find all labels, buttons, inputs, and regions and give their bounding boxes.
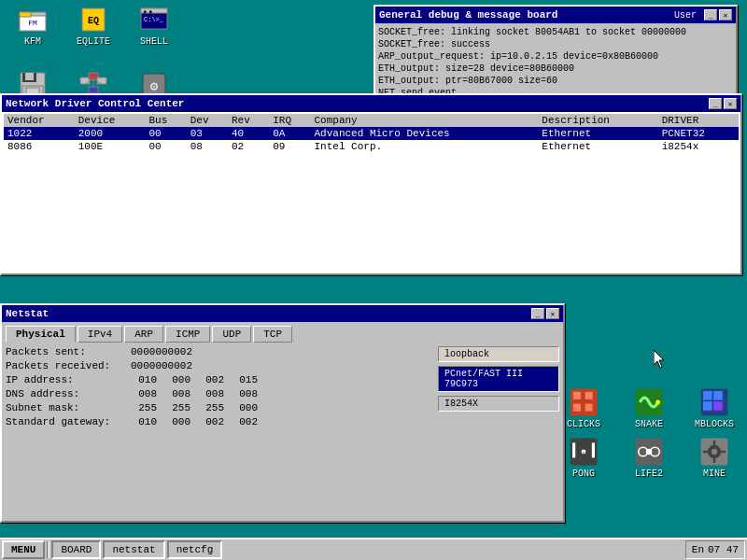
netstat-val: 008 xyxy=(164,388,190,399)
svg-rect-35 xyxy=(713,401,723,411)
snake-icon xyxy=(634,387,664,417)
col-rev: Rev xyxy=(228,114,269,127)
svg-rect-25 xyxy=(573,392,581,399)
netstat-stat-label: Packets received: xyxy=(6,360,127,371)
svg-point-30 xyxy=(655,400,660,405)
netstat-tab-udp[interactable]: UDP xyxy=(212,326,251,343)
desktop-icon-pong[interactable]: PONG xyxy=(556,437,612,479)
taskbar-tray: En 07 47 xyxy=(685,540,745,559)
debug-line-5: ETH_output: ptr=80B67000 size=60 xyxy=(378,75,733,87)
snake-label: SNAKE xyxy=(635,419,663,429)
taskbar-board-label: BOARD xyxy=(61,544,92,555)
netstat-val: 0000000002 xyxy=(131,346,192,357)
taskbar-netcfg[interactable]: netcfg xyxy=(167,540,223,559)
netstat-adapter-item[interactable]: loopback xyxy=(438,346,559,362)
netstat-stat-label: DNS address: xyxy=(6,388,127,399)
svg-rect-33 xyxy=(713,391,723,400)
desktop-icon-kfm[interactable]: FM KFM xyxy=(5,5,61,47)
svg-rect-32 xyxy=(703,391,712,400)
tray-time: 07 47 xyxy=(708,544,739,555)
col-device: Device xyxy=(75,114,146,127)
desktop-icon-mine[interactable]: MINE xyxy=(686,437,742,479)
netstat-val: 008 xyxy=(131,388,157,399)
netdriver-titlebar: Network Driver Control Center _ ✕ xyxy=(2,95,740,112)
svg-rect-34 xyxy=(703,401,712,411)
netdriver-minimize-btn[interactable]: _ xyxy=(709,98,722,109)
netstat-tab-icmp[interactable]: ICMP xyxy=(165,326,210,343)
game-row-1: CLICKS SNAKE xyxy=(556,387,742,429)
debug-line-4: ETH_output: size=28 device=80B60000 xyxy=(378,63,733,75)
pong-label: PONG xyxy=(572,469,595,479)
svg-rect-27 xyxy=(573,404,581,412)
netstat-stat-row: Standard gateway:010000002002 xyxy=(6,416,430,427)
clicks-label: CLICKS xyxy=(567,419,600,429)
netstat-stats: Packets sent:0000000002Packets received:… xyxy=(6,346,430,510)
netstat-tab-tcp[interactable]: TCP xyxy=(253,326,292,343)
netstat-val: 002 xyxy=(198,374,224,385)
svg-rect-37 xyxy=(572,442,575,457)
kfm-label: KFM xyxy=(24,36,41,47)
debug-close-btn[interactable]: ✕ xyxy=(719,9,732,21)
col-bus: Bus xyxy=(146,114,187,127)
netstat-val: 255 xyxy=(164,402,190,413)
netstat-val: 255 xyxy=(131,402,157,413)
taskbar-netcfg-label: netcfg xyxy=(176,544,214,555)
taskbar-netstat[interactable]: netstat xyxy=(103,540,164,559)
tab-bar: PhysicalIPv4ARPICMPUDPTCP xyxy=(6,326,559,343)
netstat-title: Netstat xyxy=(6,308,531,319)
debug-title: General debug & message board xyxy=(379,9,674,21)
start-label: MENU xyxy=(11,544,35,555)
svg-text:⚙: ⚙ xyxy=(150,79,159,94)
netstat-val: 010 xyxy=(131,416,157,427)
netstat-val: 002 xyxy=(198,416,224,427)
netdriver-close-btn[interactable]: ✕ xyxy=(724,98,737,109)
svg-rect-2 xyxy=(20,12,31,17)
netstat-val: 002 xyxy=(232,416,258,427)
netstat-minimize-btn[interactable]: _ xyxy=(531,308,544,319)
netstat-tab-arp[interactable]: ARP xyxy=(124,326,163,343)
debug-minimize-btn[interactable]: _ xyxy=(704,9,717,21)
col-dev: Dev xyxy=(187,114,228,127)
debug-line-2: SOCKET_free: success xyxy=(378,38,733,50)
desktop-icon-mblocks[interactable]: MBLOCKS xyxy=(686,387,742,429)
svg-rect-20 xyxy=(89,87,98,93)
netdriver-row[interactable]: 102220000003400AAdvanced Micro DevicesEt… xyxy=(4,127,739,140)
svg-rect-12 xyxy=(25,73,34,80)
eqlite-label: EQLITE xyxy=(77,36,110,47)
netstat-content: PhysicalIPv4ARPICMPUDPTCP Packets sent:0… xyxy=(2,322,563,521)
start-button[interactable]: MENU xyxy=(2,540,45,559)
netstat-tab-ipv4[interactable]: IPv4 xyxy=(78,326,122,343)
game-row-2: PONG LIFE2 xyxy=(556,437,742,479)
taskbar-board[interactable]: BOARD xyxy=(51,540,101,559)
svg-rect-17 xyxy=(97,77,106,84)
netstat-stat-label: IP address: xyxy=(6,374,127,385)
clicks-icon xyxy=(569,387,599,417)
netstat-val: 010 xyxy=(131,374,157,385)
netdriver-row[interactable]: 8086100E00080209Intel Corp.Etherneti8254… xyxy=(4,140,739,153)
netstat-adapters: loopbackPCnet/FAST III 79C973I8254X xyxy=(438,346,559,510)
shell-label: SHELL xyxy=(140,36,168,47)
netstat-val: 008 xyxy=(232,388,258,399)
netstat-val: 255 xyxy=(198,402,224,413)
desktop-icon-eqlite[interactable]: EQ EQLITE xyxy=(65,5,121,47)
desktop-icon-snake[interactable]: SNAKE xyxy=(621,387,677,429)
kfm-icon: FM xyxy=(18,5,48,35)
desktop-icon-life2[interactable]: LIFE2 xyxy=(621,437,677,479)
netstat-adapter-item[interactable]: PCnet/FAST III 79C973 xyxy=(438,366,559,392)
taskbar: MENU BOARD netstat netcfg En 07 47 xyxy=(0,538,747,560)
svg-rect-28 xyxy=(585,404,593,412)
svg-text:EQ: EQ xyxy=(88,16,99,26)
svg-text:FM: FM xyxy=(28,19,37,27)
netstat-close-btn[interactable]: ✕ xyxy=(546,308,559,319)
mblocks-icon xyxy=(699,387,729,417)
netstat-val: 000 xyxy=(164,374,190,385)
svg-marker-52 xyxy=(654,350,664,368)
netstat-adapter-item[interactable]: I8254X xyxy=(438,396,559,412)
debug-user: User xyxy=(674,10,697,21)
netstat-tab-physical[interactable]: Physical xyxy=(6,326,76,343)
netstat-stat-row: DNS address:008008008008 xyxy=(6,388,430,399)
desktop-icon-shell[interactable]: ■ ■ C:\>_ SHELL xyxy=(126,5,182,47)
desktop-icon-clicks[interactable]: CLICKS xyxy=(556,387,612,429)
game-icons-area: CLICKS SNAKE xyxy=(556,387,742,486)
netdriver-table: Vendor Device Bus Dev Rev IRQ Company De… xyxy=(4,114,739,153)
